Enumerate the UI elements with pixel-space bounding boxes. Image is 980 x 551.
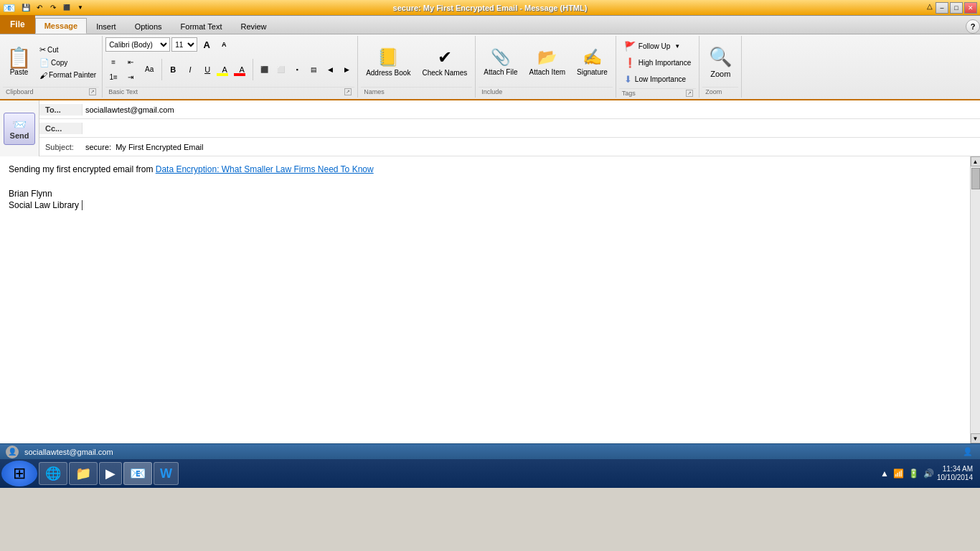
zoom-button[interactable]: 🔍 Zoom <box>702 42 738 82</box>
attach-file-button[interactable]: 📎 Attach File <box>479 45 522 79</box>
more-icon[interactable]: ▼ <box>75 2 86 14</box>
tab-review[interactable]: Review <box>231 18 275 34</box>
follow-up-dropdown-icon[interactable]: ▼ <box>674 43 680 50</box>
tags-group-label: Tags ↗ <box>619 88 696 98</box>
tray-icon-1: ▲ <box>880 468 889 479</box>
cut-label: Cut <box>47 46 59 54</box>
bullets-button[interactable]: ≡ <box>105 55 121 69</box>
user-avatar: 👤 <box>6 446 19 458</box>
list-buttons: ≡ 1≡ <box>105 55 121 84</box>
clipboard-expand-button[interactable]: ↗ <box>89 88 96 95</box>
send-button[interactable]: 📨 Send <box>4 113 36 145</box>
paste-button[interactable]: 📋 Paste <box>3 46 35 78</box>
tags-expand-button[interactable]: ↗ <box>686 90 693 97</box>
highlight-color-indicator <box>217 73 228 76</box>
decrease-indent-button[interactable]: ◀ <box>322 62 338 77</box>
basic-text-expand-button[interactable]: ↗ <box>344 88 352 95</box>
copy-label: Copy <box>51 59 67 67</box>
save-icon[interactable]: 💾 <box>20 2 32 14</box>
ribbon-group-clipboard: 📋 Paste ✂ Cut 📄 Copy 🖌 Format Painter <box>0 36 103 98</box>
system-clock[interactable]: 11:34 AM 10/10/2014 <box>937 465 973 482</box>
indent-less-button[interactable]: ⇤ <box>123 55 138 69</box>
cc-input[interactable] <box>83 123 980 134</box>
email-body[interactable]: Sending my first encrypted email from Da… <box>0 156 970 443</box>
to-input[interactable] <box>83 104 980 116</box>
custom-icon[interactable]: ⬛ <box>61 2 72 14</box>
body-spacer <box>9 176 961 188</box>
cc-label[interactable]: Cc... <box>39 123 83 134</box>
taskbar-app-word[interactable]: W <box>154 462 179 485</box>
tab-format-text[interactable]: Format Text <box>171 18 232 34</box>
tags-content: 🚩 Follow Up ▼ ❗ High Importance ⬇ Low Im… <box>619 37 696 88</box>
address-book-icon: 📒 <box>377 47 399 67</box>
subject-label: Subject: <box>39 141 83 153</box>
font-grow-button[interactable]: A <box>199 37 215 52</box>
align-justify-button[interactable]: ▤ <box>306 62 321 77</box>
italic-button[interactable]: I <box>182 62 198 77</box>
minimize-button[interactable]: – <box>936 2 948 14</box>
cut-button[interactable]: ✂ Cut <box>37 44 99 56</box>
body-link[interactable]: Data Encryption: What Smaller Law Firms … <box>156 164 374 174</box>
scroll-thumb[interactable] <box>971 168 980 189</box>
check-names-button[interactable]: ✔ Check Names <box>417 44 472 80</box>
numbering-button[interactable]: 1≡ <box>105 70 121 84</box>
help-button[interactable]: ? <box>966 19 980 34</box>
scroll-up-button[interactable]: ▲ <box>971 156 981 166</box>
high-importance-icon: ❗ <box>624 57 636 68</box>
follow-up-button[interactable]: 🚩 Follow Up ▼ <box>621 39 694 54</box>
low-importance-button[interactable]: ⬇ Low Importance <box>621 72 694 87</box>
taskbar-app-ie[interactable]: 🌐 <box>39 462 67 485</box>
start-orb-icon: ⊞ <box>13 464 26 483</box>
taskbar-app-outlook[interactable]: 📧 <box>123 462 152 485</box>
taskbar: ⊞ 🌐 📁 ▶ 📧 W ▲ 📶 🔋 🔊 11:34 AM 10/10/2014 <box>0 459 980 488</box>
redo-icon[interactable]: ↷ <box>47 2 59 14</box>
scroll-down-button[interactable]: ▼ <box>971 433 981 443</box>
check-names-icon: ✔ <box>438 47 452 67</box>
align-right-button[interactable]: ▪ <box>289 62 305 77</box>
tab-file[interactable]: File <box>0 15 35 34</box>
signature-button[interactable]: ✍ Signature <box>572 45 613 79</box>
low-importance-icon: ⬇ <box>624 74 632 85</box>
subject-input[interactable] <box>83 141 980 153</box>
ribbon: 📋 Paste ✂ Cut 📄 Copy 🖌 Format Painter <box>0 34 980 100</box>
body-line-1: Sending my first encrypted email from Da… <box>9 164 961 176</box>
high-importance-button[interactable]: ❗ High Importance <box>621 55 694 70</box>
ribbon-tabs: File Message Insert Options Format Text … <box>0 16 980 34</box>
taskbar-app-explorer[interactable]: 📁 <box>69 462 98 485</box>
increase-indent-button[interactable]: ▶ <box>339 62 354 77</box>
email-subject-row: Subject: <box>39 138 980 156</box>
format-painter-button[interactable]: 🖌 Format Painter <box>37 70 99 81</box>
close-button[interactable]: ✕ <box>964 2 977 14</box>
undo-icon[interactable]: ↶ <box>34 2 45 14</box>
tab-insert[interactable]: Insert <box>87 18 126 34</box>
status-user-email: sociallawtest@gmail.com <box>24 448 113 456</box>
align-left-button[interactable]: ⬛ <box>256 62 272 77</box>
paste-label: Paste <box>10 68 29 76</box>
align-center-button[interactable]: ⬜ <box>273 62 288 77</box>
to-label[interactable]: To... <box>39 104 83 116</box>
window-title: secure: My First Encrypted Email - Messa… <box>393 4 588 12</box>
maximize-button[interactable]: □ <box>950 2 963 14</box>
taskbar-app-media[interactable]: ▶ <box>99 462 122 485</box>
copy-button[interactable]: 📄 Copy <box>37 57 99 69</box>
attach-item-button[interactable]: 📂 Attach Item <box>524 45 570 79</box>
explorer-icon: 📁 <box>75 466 91 481</box>
address-book-button[interactable]: 📒 Address Book <box>361 44 415 80</box>
font-family-select[interactable]: Calibri (Body) <box>105 37 170 52</box>
ribbon-group-include: 📎 Attach File 📂 Attach Item ✍ Signature … <box>476 36 616 98</box>
font-size-select[interactable]: 11 <box>171 37 197 52</box>
tab-options[interactable]: Options <box>126 18 171 34</box>
zoom-label: Zoom <box>710 70 730 78</box>
special-char-button[interactable]: Aа <box>140 62 159 77</box>
font-shrink-button[interactable]: A <box>216 37 232 52</box>
start-button[interactable]: ⊞ <box>1 461 37 486</box>
bold-button[interactable]: B <box>165 62 181 77</box>
clock-date: 10/10/2014 <box>937 474 973 482</box>
restore-up-icon[interactable]: △ <box>927 2 933 14</box>
tab-message[interactable]: Message <box>35 18 87 34</box>
underline-button[interactable]: U <box>199 62 215 77</box>
ribbon-group-tags: 🚩 Follow Up ▼ ❗ High Importance ⬇ Low Im… <box>616 36 699 98</box>
indent-more-button[interactable]: ⇥ <box>123 70 138 84</box>
format-painter-label: Format Painter <box>49 71 96 79</box>
ribbon-group-zoom: 🔍 Zoom Zoom <box>699 36 742 98</box>
